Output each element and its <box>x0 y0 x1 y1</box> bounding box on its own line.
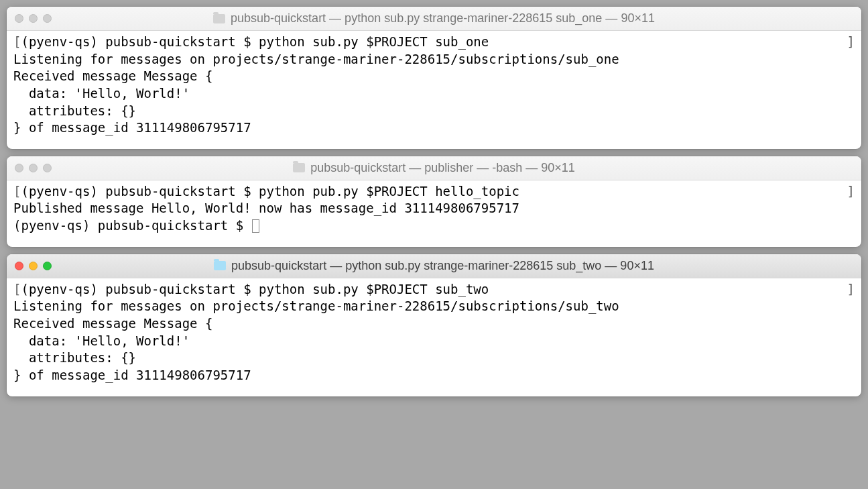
prompt-open-bracket: [ <box>13 34 21 49</box>
close-button[interactable] <box>15 262 23 270</box>
terminal-line: data: 'Hello, World!' <box>13 85 855 103</box>
terminal-text: (pyenv-qs) pubsub-quickstart $ python su… <box>21 282 489 296</box>
terminal-line: [(pyenv-qs) pubsub-quickstart $ python p… <box>13 183 855 201</box>
prompt-close-bracket: ] <box>847 34 855 51</box>
min-button[interactable] <box>29 14 38 23</box>
terminal-line: [(pyenv-qs) pubsub-quickstart $ python s… <box>13 281 855 298</box>
terminal-text: Listening for messages on projects/stran… <box>13 298 619 313</box>
folder-icon <box>213 14 225 23</box>
terminal-body[interactable]: [(pyenv-qs) pubsub-quickstart $ python s… <box>7 31 861 149</box>
cursor-icon <box>252 219 259 233</box>
terminal-text: data: 'Hello, World!' <box>13 333 190 348</box>
terminal-text: } of message_id 311149806795717 <box>13 120 251 135</box>
terminal-text: } of message_id 311149806795717 <box>13 368 251 382</box>
terminal-text: data: 'Hello, World!' <box>13 86 190 101</box>
terminal-text: Listening for messages on projects/stran… <box>13 52 619 66</box>
terminal-window[interactable]: pubsub-quickstart — python sub.py strang… <box>7 7 861 149</box>
terminal-line: attributes: {} <box>13 349 855 367</box>
close-button[interactable] <box>15 14 23 23</box>
titlebar[interactable]: pubsub-quickstart — publisher — -bash — … <box>7 156 861 180</box>
window-title: pubsub-quickstart — python sub.py strang… <box>231 11 655 25</box>
prompt-close-bracket: ] <box>847 281 855 298</box>
max-button[interactable] <box>43 164 52 172</box>
terminal-text: (pyenv-qs) pubsub-quickstart $ python pu… <box>21 184 519 199</box>
terminal-line: [(pyenv-qs) pubsub-quickstart $ python s… <box>13 34 855 51</box>
prompt-close-bracket: ] <box>847 183 855 201</box>
terminal-text: attributes: {} <box>13 350 136 365</box>
terminal-line: Received message Message { <box>13 315 855 333</box>
traffic-lights <box>15 262 52 270</box>
folder-icon <box>293 163 305 172</box>
terminal-text: Published message Hello, World! now has … <box>13 201 519 215</box>
terminal-line: } of message_id 311149806795717 <box>13 367 855 384</box>
terminal-window[interactable]: pubsub-quickstart — python sub.py strang… <box>7 254 861 396</box>
titlebar[interactable]: pubsub-quickstart — python sub.py strang… <box>7 7 861 31</box>
terminal-line: Listening for messages on projects/stran… <box>13 51 855 68</box>
traffic-lights <box>15 14 52 23</box>
traffic-lights <box>15 164 52 172</box>
terminal-text: Received message Message { <box>13 68 212 83</box>
folder-icon <box>214 261 226 270</box>
terminal-text: attributes: {} <box>13 103 136 118</box>
terminal-line: } of message_id 311149806795717 <box>13 119 855 137</box>
close-button[interactable] <box>15 164 23 172</box>
window-title: pubsub-quickstart — publisher — -bash — … <box>310 161 575 175</box>
min-button[interactable] <box>29 164 38 172</box>
terminal-line: attributes: {} <box>13 103 855 120</box>
window-title: pubsub-quickstart — python sub.py strang… <box>231 259 654 273</box>
window-title-wrap: pubsub-quickstart — publisher — -bash — … <box>7 161 861 175</box>
terminal-body[interactable]: [(pyenv-qs) pubsub-quickstart $ python s… <box>7 278 861 396</box>
min-button[interactable] <box>29 262 38 270</box>
terminal-line: data: 'Hello, World!' <box>13 333 855 350</box>
terminal-body[interactable]: [(pyenv-qs) pubsub-quickstart $ python p… <box>7 180 861 247</box>
max-button[interactable] <box>43 262 52 270</box>
terminal-window[interactable]: pubsub-quickstart — publisher — -bash — … <box>7 156 861 247</box>
terminal-line: Received message Message { <box>13 68 855 85</box>
window-title-wrap: pubsub-quickstart — python sub.py strang… <box>7 259 861 273</box>
prompt-open-bracket: [ <box>13 184 21 199</box>
terminal-text: (pyenv-qs) pubsub-quickstart $ python su… <box>21 34 489 49</box>
titlebar[interactable]: pubsub-quickstart — python sub.py strang… <box>7 254 861 278</box>
window-title-wrap: pubsub-quickstart — python sub.py strang… <box>7 11 861 25</box>
terminal-line: Listening for messages on projects/stran… <box>13 298 855 315</box>
prompt-open-bracket: [ <box>13 282 21 296</box>
terminal-line: Published message Hello, World! now has … <box>13 200 855 217</box>
terminal-text: Received message Message { <box>13 316 212 331</box>
max-button[interactable] <box>43 14 52 23</box>
terminal-line: (pyenv-qs) pubsub-quickstart $ <box>13 217 855 235</box>
terminal-text: (pyenv-qs) pubsub-quickstart $ <box>13 218 251 233</box>
